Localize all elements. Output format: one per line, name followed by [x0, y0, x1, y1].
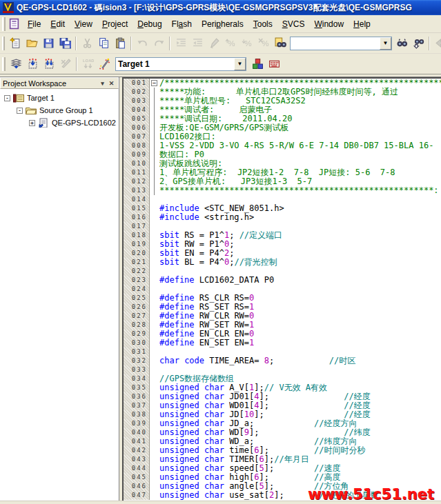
code-line[interactable]: 020sbit EN = P4^2; — [124, 249, 441, 258]
line-number[interactable]: 030 — [124, 339, 150, 347]
code-line[interactable]: 024 — [124, 285, 441, 294]
line-number[interactable]: 035 — [124, 383, 150, 392]
code-line[interactable]: 041unsigned char WD_a; //纬度方向 — [124, 437, 441, 446]
line-number[interactable]: 020 — [124, 249, 150, 258]
line-number[interactable]: 038 — [124, 410, 150, 419]
nav-back-icon[interactable] — [432, 35, 441, 52]
line-number[interactable]: 037 — [124, 401, 150, 410]
stop-build-icon[interactable] — [57, 56, 74, 72]
line-number[interactable]: 047 — [124, 491, 150, 500]
code-line[interactable]: 0122、GPS接单片机: JP3短接1-3 5-7 — [124, 177, 441, 186]
line-number[interactable]: 031 — [124, 347, 150, 356]
code-line[interactable]: 017 — [124, 222, 441, 231]
next-bookmark-icon[interactable]: % — [239, 35, 255, 52]
line-number[interactable]: 015 — [124, 204, 150, 213]
code-line[interactable]: 045unsigned char high[6]; //高度 — [124, 473, 441, 482]
code-line[interactable]: 038unsigned char JD[10]; //经度 — [124, 410, 441, 419]
code-line[interactable]: 019sbit RW = P1^0; — [124, 240, 441, 249]
code-line[interactable]: 023#define LCD1602_DATA P0 — [124, 276, 441, 285]
line-number[interactable]: 039 — [124, 419, 150, 428]
code-editor[interactable]: 001−/***********************************… — [122, 77, 441, 504]
line-number[interactable]: 041 — [124, 437, 150, 446]
tree-item-qe-gps-lcd1602[interactable]: +QE-GPS-LCD1602 — [0, 117, 119, 129]
code-line[interactable]: 0111、单片机写程序: JP2短接1-2 7-8 JP短接: 5-6 7-8 — [124, 168, 441, 177]
expand-icon[interactable]: + — [29, 120, 35, 126]
code-line[interactable]: 0081-VSS 2-VDD 3-VO 4-RS 5-R/W 6-E 7-14 … — [124, 141, 441, 150]
cut-icon[interactable] — [79, 35, 95, 52]
line-number[interactable]: 022 — [124, 267, 150, 276]
undo-icon[interactable] — [134, 35, 150, 52]
line-number[interactable]: 018 — [124, 231, 150, 240]
uvision-logo-icon[interactable] — [3, 2, 14, 13]
line-number[interactable]: 003 — [124, 97, 150, 105]
code-line[interactable]: 033 — [124, 365, 441, 374]
code-line[interactable]: 031 — [124, 347, 441, 356]
manage-components-icon[interactable] — [249, 56, 266, 72]
line-number[interactable]: 045 — [124, 473, 150, 482]
code-line[interactable]: 014 — [124, 195, 441, 204]
line-number[interactable]: 023 — [124, 276, 150, 285]
line-number[interactable]: 036 — [124, 392, 150, 401]
menu-item-view[interactable]: View — [70, 17, 97, 32]
translate-icon[interactable] — [8, 56, 24, 72]
line-number[interactable]: 017 — [124, 222, 150, 231]
code-line[interactable]: 010测试板跳线说明: — [124, 159, 441, 168]
code-line[interactable]: 015#include <STC_NEW_8051.h> — [124, 204, 441, 213]
configure-device-icon[interactable] — [266, 56, 282, 72]
code-line[interactable]: 029#define EN_CLR EN=0 — [124, 330, 441, 339]
menu-item-file[interactable]: File — [23, 17, 46, 32]
line-number[interactable]: 001 — [124, 79, 150, 88]
target-select[interactable]: Target 1 ▼ — [115, 57, 246, 71]
line-number[interactable]: 026 — [124, 303, 150, 312]
menu-item-flash[interactable]: Flash — [167, 17, 197, 32]
code-line[interactable]: 003*****单片机型号: STC12C5A32S2 — [124, 97, 441, 105]
clear-bookmarks-icon[interactable]: % — [255, 35, 272, 52]
code-line[interactable]: 034//GPS数据存储数组 — [124, 374, 441, 383]
menu-item-tools[interactable]: Tools — [248, 17, 277, 32]
line-number[interactable]: 019 — [124, 240, 150, 249]
menu-grip[interactable] — [2, 17, 6, 31]
line-number[interactable]: 042 — [124, 446, 150, 455]
menu-item-svcs[interactable]: SVCS — [277, 17, 310, 32]
tree-item-target-1[interactable]: -Target 1 — [0, 92, 119, 104]
save-all-icon[interactable] — [57, 35, 73, 52]
code-line[interactable]: 030#define EN_SET EN=1 — [124, 339, 441, 347]
code-line[interactable]: 007LCD1602接口: — [124, 132, 441, 141]
paste-icon[interactable] — [112, 35, 128, 52]
line-number[interactable]: 044 — [124, 464, 150, 473]
line-number[interactable]: 032 — [124, 356, 150, 365]
indent-icon[interactable] — [173, 35, 189, 52]
line-number[interactable]: 010 — [124, 159, 150, 168]
line-number[interactable]: 046 — [124, 482, 150, 491]
incremental-find-icon[interactable] — [410, 35, 427, 52]
prev-bookmark-icon[interactable]: % — [222, 35, 239, 52]
unindent-icon[interactable] — [189, 35, 206, 52]
search-combo[interactable]: ▼ — [290, 37, 392, 50]
save-icon[interactable] — [40, 35, 57, 52]
code-line[interactable]: 025#define RS_CLR RS=0 — [124, 294, 441, 303]
menu-item-help[interactable]: Help — [349, 17, 375, 32]
line-number[interactable]: 004 — [124, 105, 150, 114]
code-line[interactable]: 009数据口: P0 — [124, 150, 441, 159]
code-line[interactable]: 016#include <string.h> — [124, 213, 441, 222]
menu-item-project[interactable]: Project — [97, 17, 133, 32]
line-number[interactable]: 009 — [124, 150, 150, 159]
open-file-icon[interactable] — [23, 35, 40, 52]
redo-icon[interactable] — [150, 35, 167, 52]
line-number[interactable]: 028 — [124, 321, 150, 330]
code-line[interactable]: 027#define RW_CLR RW=0 — [124, 312, 441, 321]
collapse-icon[interactable]: - — [4, 95, 10, 101]
line-number[interactable]: 016 — [124, 213, 150, 222]
line-number[interactable]: 040 — [124, 428, 150, 437]
line-number[interactable]: 033 — [124, 365, 150, 374]
line-number[interactable]: 021 — [124, 258, 150, 267]
code-line[interactable]: 044unsigned char speed[5]; //速度 — [124, 464, 441, 473]
find-icon[interactable] — [393, 35, 410, 52]
toolbar2-grip[interactable] — [2, 57, 6, 71]
line-number[interactable]: 008 — [124, 141, 150, 150]
line-number[interactable]: 025 — [124, 294, 150, 303]
code-line[interactable]: 043unsigned char TIMER[6];//年月日 — [124, 455, 441, 464]
rebuild-all-icon[interactable] — [41, 56, 57, 72]
line-number[interactable]: 005 — [124, 114, 150, 123]
code-line[interactable]: 002*****功能: 单片机串口2取GPS时间经纬度时间等, 通过 — [124, 88, 441, 97]
